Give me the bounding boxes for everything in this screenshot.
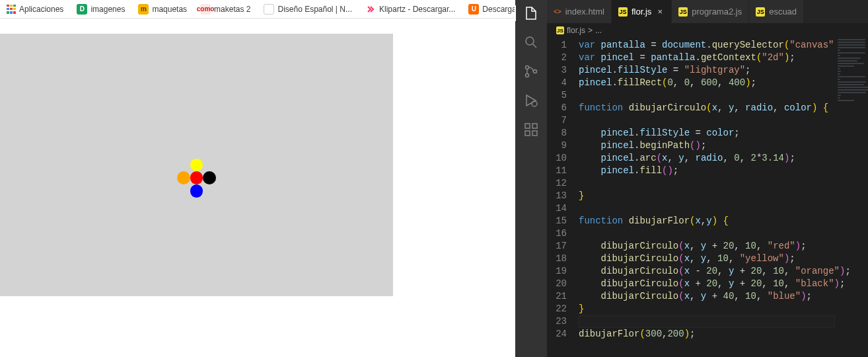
code-line[interactable] <box>579 89 868 102</box>
line-gutter: 123456789101112131415161718192021222324 <box>547 38 579 357</box>
bookmark-favicon: como <box>200 4 211 15</box>
line-number: 19 <box>547 265 567 278</box>
activity-bar <box>515 0 547 357</box>
bookmark-label: Descargar <box>482 5 519 14</box>
minimap[interactable] <box>835 38 868 143</box>
line-number: 7 <box>547 114 567 127</box>
code-line[interactable]: pincel.fillStyle = color; <box>579 127 868 139</box>
browser-viewport <box>0 19 515 357</box>
canvas-circle <box>203 171 216 184</box>
bookmark-item[interactable]: Klipartz - Descargar... <box>365 4 455 15</box>
editor-tab[interactable]: <>index.html <box>547 0 612 23</box>
svg-rect-6 <box>525 131 530 136</box>
line-number: 13 <box>547 190 567 202</box>
code-editor[interactable]: 123456789101112131415161718192021222324 … <box>547 38 868 357</box>
canvas-circle <box>177 171 190 184</box>
line-number: 1 <box>547 39 567 52</box>
bookmark-item[interactable]: UDescargar <box>468 4 519 15</box>
bookmark-label: Diseño Español | N... <box>277 5 352 14</box>
code-line[interactable]: } <box>579 303 868 315</box>
code-line[interactable]: pincel.fillStyle = "lightgray"; <box>579 64 868 77</box>
canvas-circle <box>190 184 203 198</box>
line-number: 21 <box>547 290 567 303</box>
code-line[interactable]: dibujarCirculo(x + 20, y + 20, 10, "blac… <box>579 278 868 290</box>
bookmark-label: maketas 2 <box>214 5 250 14</box>
close-icon[interactable]: × <box>655 7 665 17</box>
line-number: 11 <box>547 165 567 177</box>
explorer-icon[interactable] <box>515 5 546 21</box>
svg-point-3 <box>534 70 537 73</box>
bookmark-item[interactable]: comomaketas 2 <box>200 4 250 15</box>
bookmarks-bar: Aplicaciones Dimagenesmmaquetascomomaket… <box>0 0 515 19</box>
code-line[interactable]: dibujarCirculo(x, y + 20, 10, "red"); <box>579 240 868 253</box>
editor-tab[interactable]: JSescuad <box>749 0 804 23</box>
html-icon: <> <box>554 8 561 15</box>
line-number: 16 <box>547 227 567 240</box>
breadcrumb[interactable]: JS flor.js > ... <box>547 23 868 38</box>
editor-area: <>index.htmlJSflor.js×JSprograma2.jsJSes… <box>547 0 868 357</box>
code-line[interactable]: dibujarFlor(300,200); <box>579 328 868 340</box>
bookmark-favicon: U <box>468 4 479 15</box>
code-line[interactable]: dibujarCirculo(x - 20, y + 20, 10, "oran… <box>579 265 868 278</box>
code-line[interactable]: dibujarCirculo(x, y + 40, 10, "blue"); <box>579 290 868 303</box>
line-number: 22 <box>547 303 567 315</box>
search-icon[interactable] <box>523 34 539 50</box>
tab-label: programa2.js <box>692 7 742 17</box>
apps-icon <box>7 5 16 14</box>
extensions-icon[interactable] <box>523 122 539 138</box>
code-line[interactable]: dibujarCirculo(x, y, 10, "yellow"); <box>579 253 868 265</box>
apps-button[interactable]: Aplicaciones <box>7 5 63 14</box>
code-line[interactable] <box>579 114 868 127</box>
code-line[interactable] <box>579 227 868 240</box>
code-line[interactable] <box>579 202 868 215</box>
code-line[interactable]: pincel.beginPath(); <box>579 139 868 152</box>
code-content[interactable]: var pantalla = document.querySelector("c… <box>579 38 868 357</box>
svg-point-2 <box>526 74 529 77</box>
line-number: 20 <box>547 278 567 290</box>
svg-rect-5 <box>525 124 530 128</box>
tab-label: escuad <box>769 7 797 17</box>
bookmark-favicon <box>264 4 274 15</box>
bookmark-label: Klipartz - Descargar... <box>379 5 455 14</box>
editor-tab[interactable]: JSflor.js× <box>612 0 672 23</box>
code-line[interactable]: } <box>579 190 868 202</box>
line-number: 6 <box>547 102 567 114</box>
line-number: 23 <box>547 315 567 328</box>
line-number: 8 <box>547 127 567 139</box>
bookmark-item[interactable]: Dimagenes <box>77 4 125 15</box>
code-line[interactable]: var pincel = pantalla.getContext("2d"); <box>579 52 868 64</box>
js-icon: JS <box>678 7 688 17</box>
canvas[interactable] <box>0 34 393 296</box>
bookmark-favicon: D <box>77 4 87 15</box>
code-line[interactable]: pincel.fill(); <box>579 165 868 177</box>
line-number: 9 <box>547 139 567 152</box>
tab-label: flor.js <box>632 7 651 17</box>
line-number: 4 <box>547 77 567 89</box>
code-line[interactable]: function dibujarFlor(x,y) { <box>579 215 868 227</box>
apps-label: Aplicaciones <box>19 5 63 14</box>
editor-tab[interactable]: JSprograma2.js <box>672 0 749 23</box>
breadcrumb-rest: ... <box>595 26 602 35</box>
run-debug-icon[interactable] <box>523 93 539 108</box>
bookmark-item[interactable]: Diseño Español | N... <box>264 4 352 15</box>
bookmark-item[interactable]: mmaquetas <box>138 4 187 15</box>
line-number: 18 <box>547 253 567 265</box>
canvas-circle <box>190 171 203 184</box>
code-line[interactable]: function dibujarCirculo(x, y, radio, col… <box>579 102 868 114</box>
line-number: 17 <box>547 240 567 253</box>
code-line[interactable]: pincel.arc(x, y, radio, 0, 2*3.14); <box>579 152 868 165</box>
js-icon: JS <box>556 26 564 34</box>
line-number: 14 <box>547 202 567 215</box>
svg-point-4 <box>532 101 537 106</box>
code-line[interactable] <box>579 177 868 190</box>
breadcrumb-sep: > <box>588 26 593 35</box>
code-line[interactable]: var pantalla = document.querySelector("c… <box>579 39 868 52</box>
canvas-circle <box>190 159 203 172</box>
source-control-icon[interactable] <box>523 63 539 79</box>
code-line[interactable]: pincel.fillRect(0, 0, 600, 400); <box>579 77 868 89</box>
code-line[interactable] <box>579 315 868 328</box>
svg-rect-8 <box>532 124 537 128</box>
js-icon: JS <box>618 7 628 17</box>
svg-point-0 <box>526 37 534 45</box>
line-number: 10 <box>547 152 567 165</box>
